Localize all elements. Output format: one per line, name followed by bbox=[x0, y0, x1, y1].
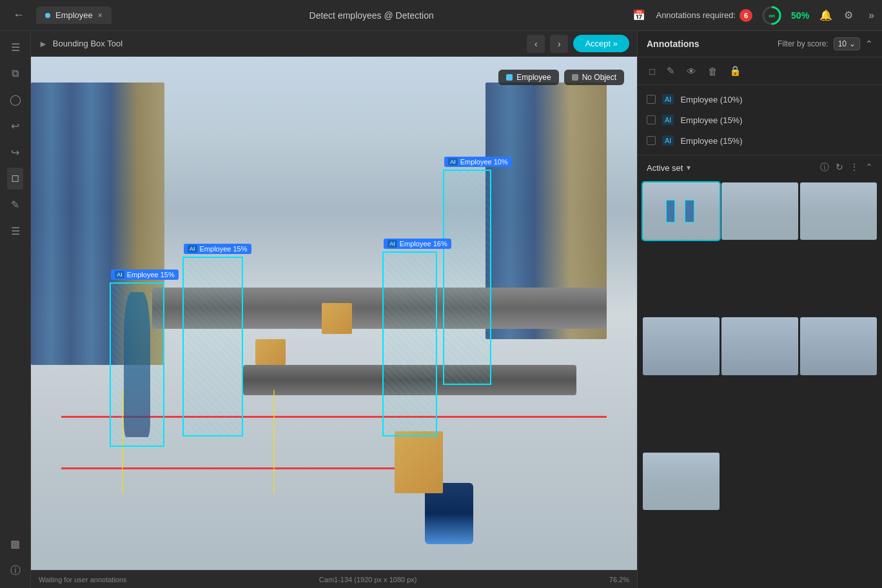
annotation-checkbox-2[interactable] bbox=[647, 115, 656, 124]
annotations-count-badge: 6 bbox=[740, 9, 752, 22]
select-tool-button[interactable]: □ bbox=[647, 63, 658, 79]
edit-tool-button[interactable]: ✎ bbox=[664, 63, 678, 79]
settings-icon[interactable]: ⚙ bbox=[843, 8, 854, 23]
annotation-label-text-3: Employee (15%) bbox=[680, 136, 742, 146]
sidebar-info-icon[interactable]: ⓘ bbox=[5, 559, 26, 583]
sidebar-display-icon[interactable]: ▩ bbox=[5, 533, 25, 555]
lock-tool-button[interactable]: 🔒 bbox=[727, 63, 744, 79]
annotation-label-1: AI Employee 15% bbox=[111, 270, 179, 280]
tab-dot bbox=[45, 13, 50, 18]
sidebar-layers-icon[interactable]: ☰ bbox=[6, 220, 25, 242]
annotation-box-2[interactable]: AI Employee 15% bbox=[182, 257, 243, 436]
active-set-grid-icon[interactable]: ⋮ bbox=[850, 162, 859, 173]
tool-container: ► Bounding Box Tool ‹ › Accept » bbox=[31, 31, 637, 588]
status-center: Cam1-134 (1920 px x 1080 px) bbox=[319, 576, 417, 583]
annotation-item-2[interactable]: AI Employee (15%) bbox=[638, 110, 882, 130]
main-content: ☰ ⧉ ◯ ↩ ↪ □ ✎ ☰ ▩ ⓘ ► Bounding Box Tool … bbox=[0, 31, 882, 588]
legend-employee: Employee bbox=[498, 70, 558, 85]
yellow-line-2 bbox=[273, 390, 275, 493]
annotation-label-2: AI Employee 15% bbox=[184, 244, 251, 254]
canvas-area[interactable]: AI Employee 15% AI Employee 15% bbox=[31, 57, 637, 588]
annotation-box-3[interactable]: AI Employee 10% bbox=[443, 170, 491, 385]
annotation-ai-icon-1: AI bbox=[662, 94, 674, 104]
employee-tab[interactable]: Employee × bbox=[36, 6, 112, 24]
grid-item-1[interactable] bbox=[643, 182, 720, 240]
active-set-actions: ⓘ ↻ ⋮ ⌃ bbox=[820, 162, 873, 173]
tab-close-button[interactable]: × bbox=[98, 11, 103, 20]
grid-item-5[interactable] bbox=[721, 317, 798, 375]
ai-badge-1: AI bbox=[115, 271, 124, 279]
progress-circle: on bbox=[761, 5, 782, 26]
sidebar-copy-icon[interactable]: ⧉ bbox=[6, 63, 24, 84]
legend-no-object: No Object bbox=[564, 70, 624, 85]
delete-tool-button[interactable]: 🗑 bbox=[705, 63, 720, 79]
next-button[interactable]: › bbox=[550, 35, 568, 53]
sidebar-undo-icon[interactable]: ↩ bbox=[6, 115, 24, 137]
package-2 bbox=[255, 339, 286, 365]
annotation-text-1: Employee 15% bbox=[127, 271, 175, 279]
prev-button[interactable]: ‹ bbox=[527, 35, 545, 53]
legend-employee-dot bbox=[506, 74, 513, 81]
annotation-checkbox-3[interactable] bbox=[647, 136, 656, 145]
calendar-icon[interactable]: 📅 bbox=[631, 8, 647, 23]
annotation-label-text-1: Employee (10%) bbox=[680, 95, 742, 104]
top-right-actions: 📅 Annotations required: 6 on 50% 🔔 ⚙ » bbox=[631, 5, 874, 26]
active-set-header: Active set ▾ ⓘ ↻ ⋮ ⌃ bbox=[638, 155, 882, 180]
status-left: Waiting for user annotations bbox=[39, 576, 127, 583]
annotation-checkbox-1[interactable] bbox=[647, 95, 656, 104]
panel-header: Annotations Filter by score: 10 ⌄ ⌃ bbox=[638, 31, 882, 57]
legend-no-object-dot bbox=[572, 74, 578, 81]
grid-item-7[interactable] bbox=[643, 453, 720, 510]
sidebar-redo-icon[interactable]: ↪ bbox=[6, 141, 24, 164]
active-set-chevron-icon[interactable]: ▾ bbox=[687, 163, 691, 172]
annotations-required: Annotations required: 6 bbox=[656, 9, 752, 22]
grid-item-6[interactable] bbox=[800, 317, 877, 375]
sidebar-select-icon[interactable]: □ bbox=[7, 168, 24, 190]
bell-icon[interactable]: 🔔 bbox=[818, 8, 834, 23]
legend-employee-label: Employee bbox=[516, 73, 551, 82]
active-set-info-icon[interactable]: ⓘ bbox=[820, 162, 829, 173]
filter-label: Filter by score: bbox=[778, 39, 828, 48]
legend: Employee No Object bbox=[498, 70, 624, 85]
grid-item-3[interactable] bbox=[800, 182, 877, 240]
sidebar-history-icon[interactable]: ◯ bbox=[5, 88, 26, 111]
expand-icon[interactable]: » bbox=[868, 10, 874, 21]
annotation-box-1[interactable]: AI Employee 15% bbox=[110, 282, 164, 447]
sidebar-toggle-icon[interactable]: ► bbox=[39, 39, 48, 49]
sidebar-brush-icon[interactable]: ✎ bbox=[6, 193, 24, 216]
grid-item-2[interactable] bbox=[721, 182, 798, 240]
person-silhouette-1 bbox=[111, 284, 163, 446]
sidebar-menu-icon[interactable]: ☰ bbox=[6, 36, 25, 59]
annotation-text-4: Employee 16% bbox=[400, 240, 447, 248]
annotations-required-label: Annotations required: bbox=[656, 10, 736, 20]
visibility-tool-button[interactable]: 👁 bbox=[684, 63, 699, 79]
left-sidebar: ☰ ⧉ ◯ ↩ ↪ □ ✎ ☰ ▩ ⓘ bbox=[0, 31, 31, 588]
tool-bar-title: Bounding Box Tool bbox=[53, 39, 522, 48]
grid-item-4[interactable] bbox=[643, 317, 720, 375]
annotation-item-3[interactable]: AI Employee (15%) bbox=[638, 130, 882, 151]
accept-button[interactable]: Accept » bbox=[573, 35, 629, 52]
annotation-text-2: Employee 15% bbox=[200, 245, 248, 253]
annotation-label-3: AI Employee 10% bbox=[444, 157, 512, 167]
active-set-label: Active set bbox=[647, 163, 683, 173]
image-grid bbox=[638, 180, 882, 588]
active-set-collapse-icon[interactable]: ⌃ bbox=[865, 162, 873, 173]
right-panel: Annotations Filter by score: 10 ⌄ ⌃ □ ✎ … bbox=[637, 31, 882, 588]
warehouse-scene: AI Employee 15% AI Employee 15% bbox=[31, 57, 637, 570]
package-1 bbox=[322, 303, 352, 334]
package-large bbox=[395, 431, 443, 493]
floor-marking-2 bbox=[61, 467, 425, 469]
annotation-tools-row: □ ✎ 👁 🗑 🔒 bbox=[638, 57, 882, 85]
score-filter-select[interactable]: 10 ⌄ bbox=[834, 37, 860, 50]
annotation-item-1[interactable]: AI Employee (10%) bbox=[638, 89, 882, 110]
annotations-panel-title: Annotations bbox=[647, 39, 772, 49]
back-button[interactable]: ← bbox=[8, 6, 30, 24]
active-set-refresh-icon[interactable]: ↻ bbox=[836, 162, 843, 173]
annotation-label-4: AI Employee 16% bbox=[384, 239, 451, 249]
annotation-box-4[interactable]: AI Employee 16% bbox=[382, 251, 437, 436]
status-bar: Waiting for user annotations Cam1-134 (1… bbox=[31, 570, 637, 588]
status-right: 76.2% bbox=[609, 576, 629, 583]
tool-bar: ► Bounding Box Tool ‹ › Accept » bbox=[31, 31, 637, 57]
panel-collapse-button[interactable]: ⌃ bbox=[865, 39, 873, 49]
score-value: 10 bbox=[838, 39, 847, 48]
